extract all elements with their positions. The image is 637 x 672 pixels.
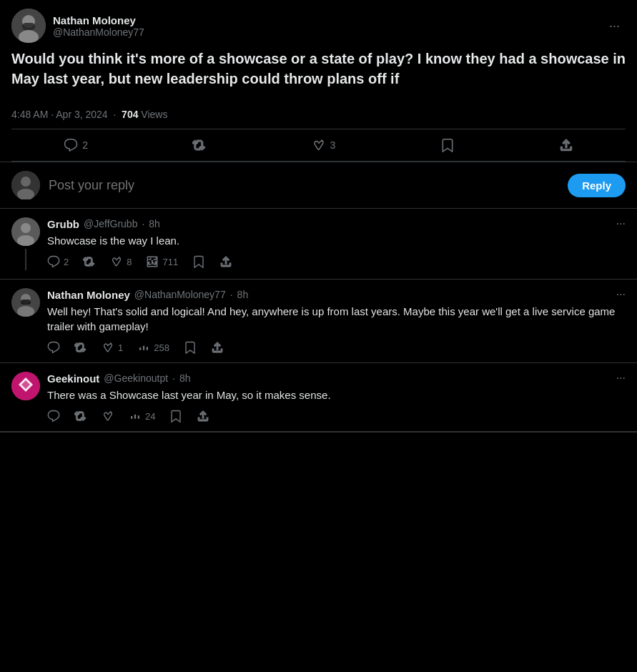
nathan-reply-text: Well hey! That's solid and logical! And … (47, 304, 626, 334)
reply-input[interactable] (49, 178, 559, 193)
main-author-name: Nathan Moloney (53, 14, 144, 26)
nathan-reply-more-button[interactable]: ··· (616, 288, 626, 301)
grubb-likes-count: 8 (127, 257, 132, 267)
grubb-text: Showcase is the way I lean. (47, 233, 626, 248)
main-author-handle: @NathanMoloney77 (53, 26, 144, 38)
grubb-actions: 2 8 (47, 255, 626, 268)
main-author-info: Nathan Moloney @NathanMoloney77 (53, 14, 144, 38)
grubb-time-val: 8h (149, 218, 160, 229)
comments-section: Grubb @JeffGrubb · 8h ··· Showcase is th… (0, 209, 637, 433)
comment-content-nathan: Nathan Moloney @NathanMoloney77 · 8h ···… (47, 288, 626, 354)
nathan-like-action[interactable]: 1 (102, 341, 123, 354)
comment-left-nathan (11, 288, 40, 354)
nathan-share-action[interactable] (211, 341, 224, 354)
svg-rect-11 (152, 260, 153, 265)
geekinout-share-action[interactable] (197, 410, 209, 423)
comment-header-nathan: Nathan Moloney @NathanMoloney77 · 8h ··· (47, 288, 626, 301)
reply-avatar (11, 171, 40, 199)
grubb-retweet-action[interactable] (83, 255, 96, 268)
comment-left-geekinout (11, 372, 40, 423)
svg-point-8 (21, 223, 31, 233)
grubb-avatar (11, 217, 40, 246)
grubb-name: Grubb (47, 218, 79, 230)
geekinout-text: There was a Showcase last year in May, s… (47, 387, 626, 402)
reply-box: Reply (0, 162, 637, 209)
reply-submit-button[interactable]: Reply (568, 174, 626, 197)
nathan-reply-action[interactable] (47, 341, 60, 354)
comment-header-grubb: Grubb @JeffGrubb · 8h ··· (47, 217, 626, 230)
svg-rect-3 (22, 23, 35, 30)
retweet-action[interactable] (184, 132, 215, 158)
tweet-views-label: Views (141, 109, 167, 120)
geekinout-retweet-action[interactable] (74, 410, 87, 423)
nathan-reply-actions: 1 258 (47, 341, 626, 354)
comment-content-grubb: Grubb @JeffGrubb · 8h ··· Showcase is th… (47, 217, 626, 270)
nathan-bookmark-action[interactable] (184, 341, 197, 354)
likes-count: 3 (330, 139, 336, 151)
svg-rect-25 (138, 415, 139, 419)
geekinout-views-count: 24 (145, 411, 155, 422)
main-tweet: Nathan Moloney @NathanMoloney77 ··· Woul… (0, 0, 637, 162)
geekinout-more-button[interactable]: ··· (616, 372, 626, 385)
comment-header-geekinout: Geekinout @Geekinoutpt · 8h ··· (47, 372, 626, 385)
grubb-share-action[interactable] (219, 255, 232, 268)
grubb-reply-action[interactable]: 2 (47, 255, 69, 268)
grubb-views-count: 711 (162, 257, 178, 267)
bookmark-action[interactable] (432, 132, 463, 158)
tweet-header-left: Nathan Moloney @NathanMoloney77 (11, 9, 144, 43)
svg-rect-19 (147, 347, 148, 350)
svg-rect-23 (131, 416, 132, 419)
geekinout-time: 8h (179, 372, 191, 384)
nathan-reply-name: Nathan Moloney (47, 289, 130, 301)
comment-geekinout: Geekinout @Geekinoutpt · 8h ··· There wa… (0, 363, 637, 432)
main-tweet-more-button[interactable]: ··· (603, 16, 626, 36)
tweet-actions-bar: 2 3 (11, 129, 626, 162)
like-action[interactable]: 3 (303, 132, 345, 158)
geekinout-icon (11, 372, 40, 400)
thread-line-grubb (25, 249, 26, 270)
grubb-reply-count: 2 (64, 257, 69, 267)
comment-header-left-grubb: Grubb @JeffGrubb · 8h (47, 218, 160, 230)
main-author-avatar (11, 9, 46, 43)
svg-rect-24 (134, 415, 136, 419)
geekinout-bookmark-action[interactable] (169, 410, 182, 423)
grubb-bookmark-action[interactable] (192, 255, 205, 268)
nathan-reply-dot: · (230, 289, 233, 300)
grubb-views-action: 711 (146, 255, 178, 268)
nathan-likes-count: 1 (118, 342, 123, 353)
comment-left-grubb (11, 217, 40, 270)
geekinout-dot: · (172, 372, 175, 384)
comment-grubb: Grubb @JeffGrubb · 8h ··· Showcase is th… (0, 209, 637, 280)
geekinout-handle: @Geekinoutpt (104, 372, 168, 384)
grubb-like-action[interactable]: 8 (110, 255, 132, 268)
share-action[interactable] (550, 132, 582, 158)
tweet-timestamp: 4:48 AM · Apr 3, 2024 (11, 109, 108, 120)
nathan-retweet-action[interactable] (74, 341, 87, 354)
geekinout-reply-action[interactable] (47, 410, 60, 423)
nathan-small-avatar (11, 288, 40, 317)
comment-header-left-geekinout: Geekinout @Geekinoutpt · 8h (47, 372, 191, 385)
reply-action[interactable]: 2 (55, 132, 97, 158)
comment-header-left-nathan: Nathan Moloney @NathanMoloney77 · 8h (47, 289, 248, 301)
tweet-meta: 4:48 AM · Apr 3, 2024 · 704 Views (11, 100, 626, 129)
grubb-more-button[interactable]: ··· (616, 217, 626, 230)
reply-count: 2 (82, 139, 88, 151)
geekinout-actions: 24 (47, 410, 626, 423)
svg-rect-12 (155, 261, 157, 265)
nathan-views-count: 258 (154, 342, 169, 353)
comment-content-geekinout: Geekinout @Geekinoutpt · 8h ··· There wa… (47, 372, 626, 423)
tweet-header: Nathan Moloney @NathanMoloney77 ··· (11, 9, 626, 43)
geekinout-name: Geekinout (47, 372, 99, 385)
svg-point-5 (21, 177, 31, 187)
geekinout-like-action[interactable] (102, 410, 114, 423)
main-tweet-text: Would you think it's more of a showcase … (11, 49, 626, 89)
svg-rect-16 (21, 300, 31, 305)
svg-rect-10 (148, 262, 149, 265)
svg-rect-17 (139, 347, 141, 350)
svg-rect-18 (143, 346, 144, 350)
comment-nathan: Nathan Moloney @NathanMoloney77 · 8h ···… (0, 280, 637, 363)
tweet-views-count: 704 (122, 109, 138, 120)
nathan-reply-time: 8h (237, 289, 249, 300)
grubb-handle: @JeffGrubb (84, 218, 137, 229)
grubb-time: · (142, 218, 144, 229)
